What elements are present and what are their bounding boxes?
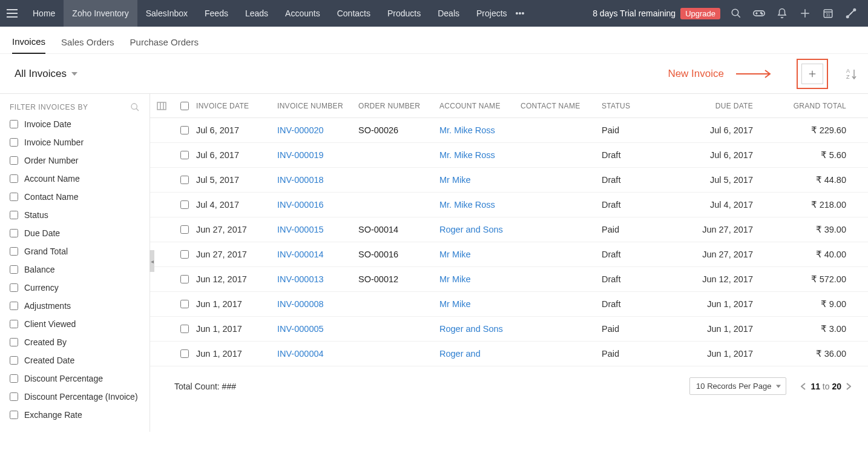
view-selector[interactable]: All Invoices bbox=[15, 68, 77, 80]
tab-purchase-orders[interactable]: Purchase Orders bbox=[130, 37, 199, 53]
plus-icon[interactable] bbox=[799, 7, 811, 19]
row-checkbox[interactable] bbox=[173, 176, 196, 184]
nav-item-zoho-inventory[interactable]: Zoho Inventory bbox=[64, 0, 137, 27]
col-account-name[interactable]: ACCOUNT NAME bbox=[439, 102, 521, 110]
table-row[interactable]: Jun 1, 2017INV-000008Mr MikeDraftJun 1, … bbox=[150, 292, 868, 317]
filter-checkbox[interactable] bbox=[10, 247, 18, 256]
filter-account-name[interactable]: Account Name bbox=[10, 174, 140, 184]
filter-checkbox[interactable] bbox=[10, 229, 18, 237]
filter-checkbox[interactable] bbox=[10, 174, 18, 183]
filter-contact-name[interactable]: Contact Name bbox=[10, 192, 140, 202]
row-checkbox[interactable] bbox=[173, 250, 196, 259]
hamburger-icon[interactable] bbox=[0, 9, 24, 18]
table-row[interactable]: Jun 27, 2017INV-000015SO-00014Roger and … bbox=[150, 217, 868, 242]
invoice-link[interactable]: INV-000018 bbox=[277, 175, 324, 185]
invoice-link[interactable]: INV-000013 bbox=[277, 274, 324, 284]
invoice-link[interactable]: INV-000008 bbox=[277, 299, 324, 309]
tab-sales-orders[interactable]: Sales Orders bbox=[61, 37, 114, 53]
filter-exchange-rate[interactable]: Exchange Rate bbox=[10, 410, 140, 420]
filter-checkbox[interactable] bbox=[10, 302, 18, 310]
filter-status[interactable]: Status bbox=[10, 210, 140, 220]
row-checkbox[interactable] bbox=[173, 200, 196, 209]
gamepad-icon[interactable] bbox=[753, 7, 765, 19]
filter-checkbox[interactable] bbox=[10, 411, 18, 419]
filter-checkbox[interactable] bbox=[10, 338, 18, 346]
nav-item-projects[interactable]: Projects bbox=[468, 0, 516, 27]
filter-discount-percentage-invoice-[interactable]: Discount Percentage (Invoice) bbox=[10, 392, 140, 402]
filter-checkbox[interactable] bbox=[10, 283, 18, 292]
account-link[interactable]: Mr. Mike Ross bbox=[439, 125, 495, 135]
nav-item-deals[interactable]: Deals bbox=[429, 0, 468, 27]
filter-order-number[interactable]: Order Number bbox=[10, 156, 140, 165]
account-link[interactable]: Roger and bbox=[439, 349, 481, 359]
nav-item-salesinbox[interactable]: SalesInbox bbox=[137, 0, 196, 27]
nav-item-products[interactable]: Products bbox=[379, 0, 429, 27]
tab-invoices[interactable]: Invoices bbox=[12, 36, 45, 54]
search-icon[interactable] bbox=[730, 7, 742, 19]
row-checkbox[interactable] bbox=[173, 225, 196, 234]
filter-created-by[interactable]: Created By bbox=[10, 337, 140, 347]
filter-checkbox[interactable] bbox=[10, 138, 18, 147]
filter-checkbox[interactable] bbox=[10, 320, 18, 328]
nav-item-leads[interactable]: Leads bbox=[237, 0, 277, 27]
pager-next-icon[interactable] bbox=[846, 383, 851, 390]
column-config-icon[interactable] bbox=[150, 102, 173, 110]
filter-checkbox[interactable] bbox=[10, 392, 18, 401]
col-invoice-date[interactable]: INVOICE DATE bbox=[196, 102, 277, 110]
row-checkbox[interactable] bbox=[173, 126, 196, 134]
account-link[interactable]: Roger and Sons bbox=[439, 324, 503, 334]
table-row[interactable]: Jun 12, 2017INV-000013SO-00012Mr MikeDra… bbox=[150, 267, 868, 292]
invoice-link[interactable]: INV-000015 bbox=[277, 225, 324, 234]
filter-checkbox[interactable] bbox=[10, 120, 18, 128]
pager-prev-icon[interactable] bbox=[801, 383, 806, 390]
filter-checkbox[interactable] bbox=[10, 356, 18, 365]
filter-search-icon[interactable] bbox=[130, 102, 140, 112]
account-link[interactable]: Mr Mike bbox=[439, 274, 471, 284]
filter-adjustments[interactable]: Adjustments bbox=[10, 301, 140, 311]
account-link[interactable]: Mr Mike bbox=[439, 299, 471, 309]
filter-discount-percentage[interactable]: Discount Percentage bbox=[10, 374, 140, 383]
sidebar-collapse-handle[interactable]: ◂ bbox=[150, 250, 154, 272]
filter-balance[interactable]: Balance bbox=[10, 265, 140, 274]
filter-due-date[interactable]: Due Date bbox=[10, 228, 140, 238]
nav-item-accounts[interactable]: Accounts bbox=[277, 0, 329, 27]
invoice-link[interactable]: INV-000004 bbox=[277, 349, 324, 359]
account-link[interactable]: Mr Mike bbox=[439, 250, 471, 259]
account-link[interactable]: Mr Mike bbox=[439, 175, 471, 185]
filter-grand-total[interactable]: Grand Total bbox=[10, 247, 140, 256]
table-row[interactable]: Jul 5, 2017INV-000018Mr MikeDraftJul 5, … bbox=[150, 168, 868, 193]
account-link[interactable]: Roger and Sons bbox=[439, 225, 503, 234]
col-order-number[interactable]: ORDER NUMBER bbox=[358, 102, 439, 110]
account-link[interactable]: Mr. Mike Ross bbox=[439, 150, 495, 160]
table-row[interactable]: Jun 1, 2017INV-000004Roger andPaidJun 1,… bbox=[150, 342, 868, 366]
nav-more-icon[interactable]: ••• bbox=[516, 8, 525, 18]
filter-created-date[interactable]: Created Date bbox=[10, 356, 140, 365]
calendar-icon[interactable]: 31 bbox=[822, 7, 834, 19]
sort-button[interactable]: AZ bbox=[846, 68, 857, 80]
filter-invoice-date[interactable]: Invoice Date bbox=[10, 119, 140, 129]
col-invoice-number[interactable]: INVOICE NUMBER bbox=[277, 102, 358, 110]
invoice-link[interactable]: INV-000020 bbox=[277, 125, 324, 135]
tools-icon[interactable] bbox=[845, 7, 857, 19]
upgrade-button[interactable]: Upgrade bbox=[680, 8, 720, 19]
invoice-link[interactable]: INV-000014 bbox=[277, 250, 324, 259]
invoice-link[interactable]: INV-000019 bbox=[277, 150, 324, 160]
table-row[interactable]: Jun 1, 2017INV-000005Roger and SonsPaidJ… bbox=[150, 317, 868, 342]
table-row[interactable]: Jun 27, 2017INV-000014SO-00016Mr MikeDra… bbox=[150, 242, 868, 267]
filter-client-viewed[interactable]: Client Viewed bbox=[10, 319, 140, 329]
table-row[interactable]: Jul 6, 2017INV-000019Mr. Mike RossDraftJ… bbox=[150, 143, 868, 168]
new-invoice-button[interactable] bbox=[801, 64, 823, 84]
nav-item-contacts[interactable]: Contacts bbox=[329, 0, 379, 27]
row-checkbox[interactable] bbox=[173, 151, 196, 159]
filter-currency[interactable]: Currency bbox=[10, 283, 140, 293]
invoice-link[interactable]: INV-000016 bbox=[277, 200, 324, 210]
records-per-page-select[interactable]: 10 Records Per Page bbox=[689, 377, 786, 395]
account-link[interactable]: Mr. Mike Ross bbox=[439, 200, 495, 210]
select-all-checkbox[interactable] bbox=[173, 102, 196, 110]
filter-checkbox[interactable] bbox=[10, 211, 18, 219]
filter-checkbox[interactable] bbox=[10, 374, 18, 383]
table-row[interactable]: Jul 6, 2017INV-000020SO-00026Mr. Mike Ro… bbox=[150, 118, 868, 143]
nav-item-home[interactable]: Home bbox=[24, 0, 64, 27]
row-checkbox[interactable] bbox=[173, 349, 196, 358]
col-due-date[interactable]: DUE DATE bbox=[682, 102, 759, 110]
